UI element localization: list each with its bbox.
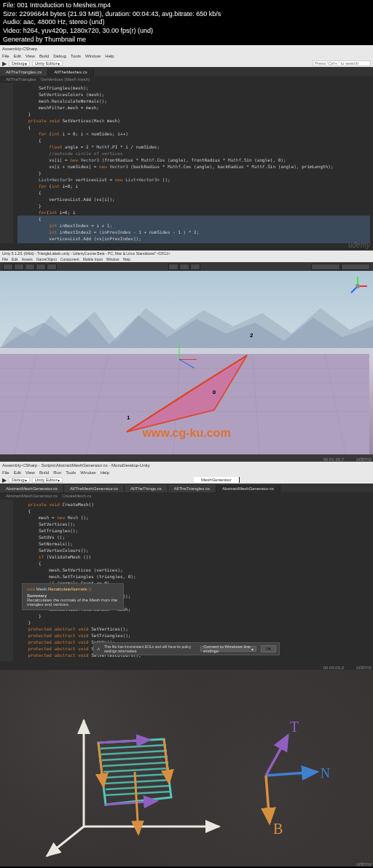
unity-statusbar [0, 454, 373, 462]
eol-option-dropdown[interactable]: Convert to Windows line endings ▾ [200, 646, 256, 652]
vs-menubar: File Edit View Build Debug Tools Window … [0, 52, 373, 60]
menu-window[interactable]: Window [85, 54, 101, 58]
scale-tool-icon[interactable] [36, 264, 46, 270]
breadcrumb-file-0[interactable]: AbstractMeshGenerator.cs [6, 494, 58, 498]
editor-tabs: AllTheTriangles.cs AllTheMeshes.cs [0, 67, 373, 76]
code-editor-panel-2: Assembly-CSharp - Scripts\AbstractMeshGe… [0, 462, 373, 670]
play-icon[interactable]: ▶ [2, 60, 7, 67]
menu-tools[interactable]: Tools [71, 54, 81, 58]
svg-line-37 [266, 776, 270, 823]
menu-run[interactable]: Run [53, 470, 61, 475]
svg-line-30 [98, 740, 149, 743]
tbn-diagram: T N B [0, 670, 373, 867]
menu-build[interactable]: Build [39, 54, 49, 58]
menu-edit[interactable]: Edit [14, 470, 21, 475]
unity-menu-window[interactable]: Window [106, 257, 119, 261]
play-icon[interactable]: ▶ [2, 477, 7, 484]
svg-line-35 [266, 735, 288, 776]
meta-audio: Audio: aac, 48000 Hz, stereo (und) [3, 18, 370, 27]
svg-line-22 [101, 751, 167, 754]
tab-2[interactable]: AllTheThings.cs [125, 485, 168, 492]
svg-line-26 [104, 774, 170, 778]
vs-toolbar: ▶ Debug ▾ Unity Editor ▾ [0, 60, 373, 67]
svg-line-29 [106, 792, 171, 795]
scene-view[interactable]: 1 0 2 www.cg-ku.com [0, 271, 373, 454]
tab-file-2[interactable]: AllTheMeshes.cs [48, 68, 94, 76]
unity-menu-gameobject[interactable]: GameObject [36, 257, 57, 261]
tab-file-1[interactable]: AllTheTriangles.cs [0, 68, 48, 76]
tab-4[interactable]: AbstractMeshGenerator.cs [216, 485, 280, 492]
breadcrumb-class[interactable]: AllTheTriangles [6, 77, 36, 82]
svg-line-23 [102, 757, 168, 760]
unity-menu-mobileinput[interactable]: Mobile Input [83, 257, 103, 261]
menu-view[interactable]: View [25, 54, 35, 58]
main-tab[interactable]: MeshGenerator [194, 477, 240, 483]
menu-debug[interactable]: Debug [53, 54, 66, 58]
unity-toolbar [0, 262, 373, 271]
menu-file[interactable]: File [2, 54, 9, 58]
unity-titlebar: Unity 5.1.2f1 (64bit) - TriangleLabels.u… [0, 250, 373, 256]
unity-menu-help[interactable]: Help [123, 257, 130, 261]
target-dropdown[interactable]: Unity Editor ▾ [32, 477, 63, 483]
play-button-icon[interactable] [168, 264, 178, 270]
menu-help[interactable]: Help [101, 470, 109, 475]
target-dropdown[interactable]: Unity Editor ▾ [32, 60, 63, 66]
unity-menu-file[interactable]: File [2, 257, 8, 261]
menu-window[interactable]: Window [80, 470, 95, 475]
mesh-triangle [119, 348, 251, 435]
media-metadata: File: 001 Introduction to Meshes.mp4 Siz… [0, 0, 373, 45]
layers-dropdown[interactable] [311, 264, 340, 270]
svg-point-17 [356, 284, 360, 288]
tab-0[interactable]: AbstractMeshGenerator.cs [0, 485, 64, 492]
code-editor-area-2[interactable]: private void CreateMesh() { mesh = new M… [0, 500, 373, 661]
hand-tool-icon[interactable] [3, 264, 13, 270]
rect-tool-icon[interactable] [47, 264, 57, 270]
vs2-menubar: File Edit View Build Run Tools Window He… [0, 469, 373, 476]
vs-titlebar: Assembly-CSharp [0, 45, 373, 52]
binormal-label: B [273, 821, 283, 837]
vertex-label-0: 0 [213, 389, 216, 395]
step-button-icon[interactable] [190, 264, 200, 270]
dialog-text: This file has inconsistent EOLs and will… [104, 644, 196, 653]
menu-view[interactable]: View [25, 470, 35, 475]
ok-button[interactable]: OK [261, 645, 276, 652]
meta-video: Video: h264, yuv420p, 1280x720, 30.00 fp… [3, 27, 370, 36]
unity-menu-component[interactable]: Component [60, 257, 79, 261]
scene-orientation-gizmo[interactable] [347, 275, 369, 297]
menu-edit[interactable]: Edit [14, 54, 21, 58]
menu-tools[interactable]: Tools [66, 470, 76, 475]
breadcrumb-method[interactable]: GetVertices (Mesh mesh) [40, 77, 90, 82]
udemy-badge: udemy [356, 861, 372, 867]
play-controls [168, 264, 200, 270]
unity-menu-assets[interactable]: Assets [22, 257, 33, 261]
code-editor-panel-1: Assembly-CSharp File Edit View Build Deb… [0, 45, 373, 250]
menu-build[interactable]: Build [39, 470, 49, 475]
tab-3[interactable]: AllTheTriangles.cs [168, 485, 216, 492]
svg-line-28 [106, 786, 170, 789]
rotate-tool-icon[interactable] [25, 264, 35, 270]
vertex-label-2: 2 [250, 332, 253, 339]
config-dropdown[interactable]: Debug ▾ [9, 477, 30, 483]
warning-icon: ⚠ [97, 647, 100, 651]
meta-generated: Generated by Thumbnail me [3, 36, 370, 44]
menu-file[interactable]: File [2, 470, 9, 475]
pause-button-icon[interactable] [179, 264, 189, 270]
svg-marker-1 [0, 315, 373, 348]
search-input[interactable] [313, 60, 371, 66]
move-tool-icon[interactable] [14, 264, 24, 270]
code-content-2: private void CreateMesh() { mesh = new M… [17, 501, 370, 658]
code-editor-area[interactable]: SetTriangles(mesh); SetVerticesColors (m… [0, 83, 373, 243]
tab-1[interactable]: AllTheMeshGenerator.cs [64, 485, 125, 492]
transform-tools [3, 264, 57, 270]
site-watermark: www.cg-ku.com [142, 427, 230, 440]
breadcrumb-file-1[interactable]: CreateMesh.cs [62, 494, 91, 498]
config-dropdown[interactable]: Debug ▾ [9, 60, 30, 66]
intellisense-tooltip: void Mesh.RecalculateNormals () Summary … [22, 583, 124, 610]
layout-dropdown[interactable] [341, 264, 370, 270]
unity-menu-edit[interactable]: Edit [12, 257, 18, 261]
svg-line-25 [103, 768, 169, 772]
menu-help[interactable]: Help [105, 54, 114, 58]
line-gutter [0, 83, 13, 243]
vs2-toolbar: ▶ Debug ▾ Unity Editor ▾ MeshGenerator [0, 476, 373, 484]
svg-line-21 [101, 745, 166, 749]
